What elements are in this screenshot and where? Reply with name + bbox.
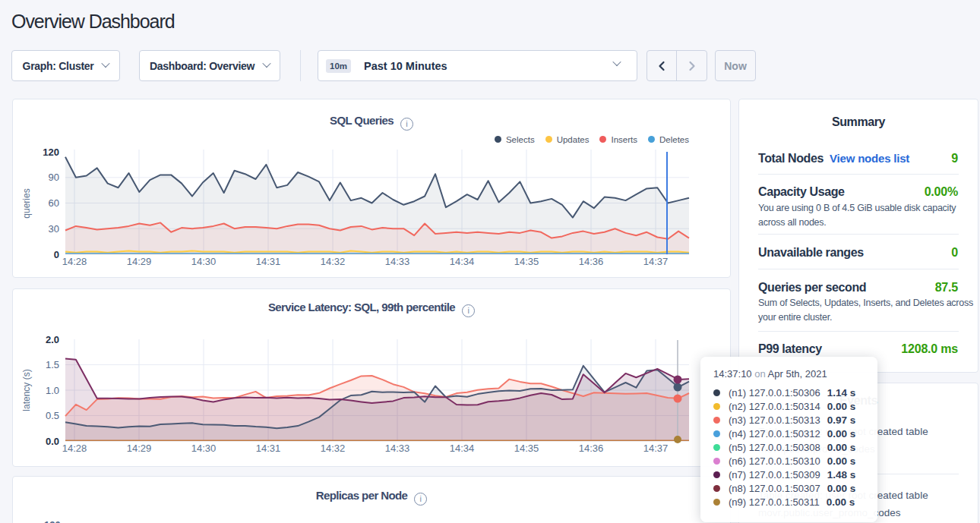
svg-text:14:36: 14:36 bbox=[579, 256, 604, 267]
svg-text:30: 30 bbox=[49, 223, 59, 235]
svg-text:14:28: 14:28 bbox=[62, 443, 87, 454]
svg-text:14:36: 14:36 bbox=[579, 443, 604, 454]
svg-text:14:28: 14:28 bbox=[62, 256, 87, 267]
svg-text:14:35: 14:35 bbox=[514, 256, 539, 267]
svg-text:14:30: 14:30 bbox=[191, 256, 217, 267]
svg-text:14:30: 14:30 bbox=[191, 443, 217, 454]
svg-text:14:31: 14:31 bbox=[256, 256, 281, 267]
svg-text:60: 60 bbox=[49, 197, 59, 209]
svg-text:2.0: 2.0 bbox=[46, 334, 59, 345]
svg-text:14:31: 14:31 bbox=[256, 443, 281, 454]
svg-text:1.5: 1.5 bbox=[46, 359, 59, 370]
svg-text:14:33: 14:33 bbox=[385, 443, 410, 454]
svg-text:14:34: 14:34 bbox=[450, 443, 475, 454]
svg-text:14:32: 14:32 bbox=[321, 256, 346, 267]
svg-text:queries: queries bbox=[21, 188, 32, 218]
svg-text:0.5: 0.5 bbox=[46, 410, 59, 421]
svg-text:14:29: 14:29 bbox=[127, 256, 152, 267]
svg-text:14:37: 14:37 bbox=[643, 443, 669, 454]
svg-text:14:29: 14:29 bbox=[127, 443, 152, 454]
svg-text:14:33: 14:33 bbox=[385, 256, 410, 267]
svg-text:14:34: 14:34 bbox=[450, 256, 475, 267]
svg-text:latency (s): latency (s) bbox=[21, 369, 32, 411]
svg-text:120: 120 bbox=[43, 147, 59, 158]
svg-text:0: 0 bbox=[54, 249, 59, 260]
svg-text:14:35: 14:35 bbox=[514, 443, 539, 454]
svg-text:1.0: 1.0 bbox=[46, 385, 59, 396]
svg-text:14:37: 14:37 bbox=[643, 256, 669, 267]
svg-text:0.0: 0.0 bbox=[46, 436, 59, 447]
svg-text:90: 90 bbox=[49, 172, 59, 183]
svg-text:14:32: 14:32 bbox=[321, 443, 346, 454]
